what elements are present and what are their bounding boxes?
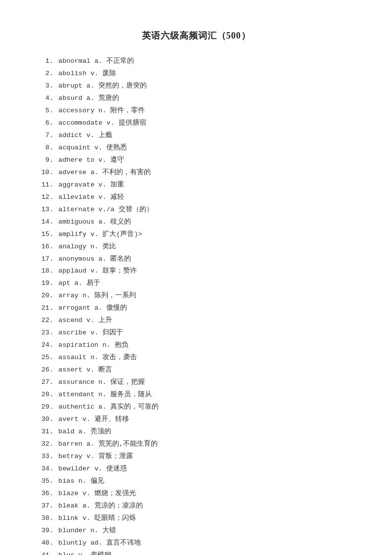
item-number: 21. (40, 302, 53, 315)
item-number: 13. (40, 204, 53, 216)
list-item: 14. ambiguous a. 歧义的 (40, 216, 352, 229)
item-number: 22. (40, 315, 53, 327)
item-number: 1. (40, 55, 53, 68)
item-number: 40. (40, 537, 53, 550)
item-number: 35. (40, 475, 53, 488)
list-item: 11. aggravate v. 加重 (40, 179, 352, 191)
list-item: 4. absurd a. 荒唐的 (40, 92, 352, 105)
item-number: 2. (40, 68, 53, 80)
list-item: 1. abnormal a. 不正常的 (40, 55, 352, 68)
item-number: 26. (40, 364, 53, 376)
list-item: 10. adverse a. 不利的，有害的 (40, 167, 352, 179)
list-item: 9. adhere to v. 遵守 (40, 154, 352, 167)
list-item: 36. blaze v. 燃烧；发强光 (40, 488, 352, 500)
list-item: 24. aspiration n. 抱负 (40, 339, 352, 352)
item-number: 10. (40, 167, 53, 179)
list-item: 15. amplify v. 扩大(声音)> (40, 229, 352, 241)
list-item: 16. analogy n. 类比 (40, 241, 352, 253)
item-number: 31. (40, 426, 53, 438)
list-item: 39. blunder n. 大错 (40, 525, 352, 537)
item-number: 19. (40, 278, 53, 290)
item-number: 29. (40, 401, 53, 414)
list-item: 25. assault n. 攻击，袭击 (40, 352, 352, 364)
list-item: 22. ascend v. 上升 (40, 315, 352, 327)
list-item: 34. bewilder v. 使迷惑 (40, 463, 352, 475)
list-item: 31. bald a. 秃顶的 (40, 426, 352, 438)
list-item: 26. assert v. 断言 (40, 364, 352, 376)
list-item: 27. assurance n. 保证，把握 (40, 376, 352, 389)
list-item: 18. applaud v. 鼓掌；赞许 (40, 265, 352, 278)
list-item: 38. blink v. 眨眼睛；闪烁 (40, 512, 352, 525)
item-number: 6. (40, 117, 53, 130)
list-item: 6. accommodate v. 提供膳宿 (40, 117, 352, 130)
item-number: 12. (40, 191, 53, 204)
item-number: 25. (40, 352, 53, 364)
list-item: 40. bluntly ad. 直言不讳地 (40, 537, 352, 550)
list-item: 41. blur v. 变模糊 (40, 550, 352, 555)
item-number: 39. (40, 525, 53, 537)
item-number: 14. (40, 216, 53, 229)
item-number: 41. (40, 550, 53, 555)
item-number: 20. (40, 290, 53, 302)
item-number: 5. (40, 105, 53, 117)
item-number: 36. (40, 488, 53, 500)
list-item: 3. abrupt a. 突然的，唐突的 (40, 80, 352, 92)
list-item: 17. anonymous a. 匿名的 (40, 253, 352, 266)
item-number: 17. (40, 253, 53, 266)
item-number: 11. (40, 179, 53, 191)
page-title: 英语六级高频词汇（500） (40, 30, 352, 42)
list-item: 21. arrogant a. 傲慢的 (40, 302, 352, 315)
item-number: 38. (40, 512, 53, 525)
item-number: 9. (40, 154, 53, 167)
item-number: 34. (40, 463, 53, 475)
list-item: 19. apt a. 易于 (40, 278, 352, 290)
list-item: 35. bias n. 偏见 (40, 475, 352, 488)
list-item: 32. barren a. 荒芜的,不能生育的 (40, 438, 352, 451)
list-item: 13. alternate v./a 交替（的） (40, 204, 352, 216)
item-number: 15. (40, 229, 53, 241)
item-number: 3. (40, 80, 53, 92)
item-number: 32. (40, 438, 53, 451)
list-item: 33. betray v. 背叛；泄露 (40, 451, 352, 463)
item-number: 24. (40, 339, 53, 352)
item-number: 4. (40, 92, 53, 105)
list-item: 30. avert v. 避开、转移 (40, 414, 352, 426)
list-item: 29. authentic a. 真实的，可靠的 (40, 401, 352, 414)
item-number: 16. (40, 241, 53, 253)
item-number: 23. (40, 327, 53, 339)
item-number: 37. (40, 500, 53, 512)
item-number: 18. (40, 265, 53, 278)
item-number: 27. (40, 376, 53, 389)
list-item: 28. attendant n. 服务员，随从 (40, 389, 352, 401)
list-item: 8. acquaint v. 使熟悉 (40, 142, 352, 154)
item-number: 7. (40, 130, 53, 142)
list-item: 20. array n. 陈列，一系列 (40, 290, 352, 302)
item-number: 33. (40, 451, 53, 463)
vocab-list: 1. abnormal a. 不正常的2. abolish v. 废除3. ab… (40, 55, 352, 555)
item-number: 28. (40, 389, 53, 401)
list-item: 23. ascribe v. 归因于 (40, 327, 352, 339)
list-item: 12. alleviate v. 减轻 (40, 191, 352, 204)
list-item: 2. abolish v. 废除 (40, 68, 352, 80)
item-number: 8. (40, 142, 53, 154)
list-item: 5. accessory n. 附件，零件 (40, 105, 352, 117)
list-item: 7. addict v. 上瘾 (40, 130, 352, 142)
item-number: 30. (40, 414, 53, 426)
list-item: 37. bleak a. 荒凉的；凌凉的 (40, 500, 352, 512)
